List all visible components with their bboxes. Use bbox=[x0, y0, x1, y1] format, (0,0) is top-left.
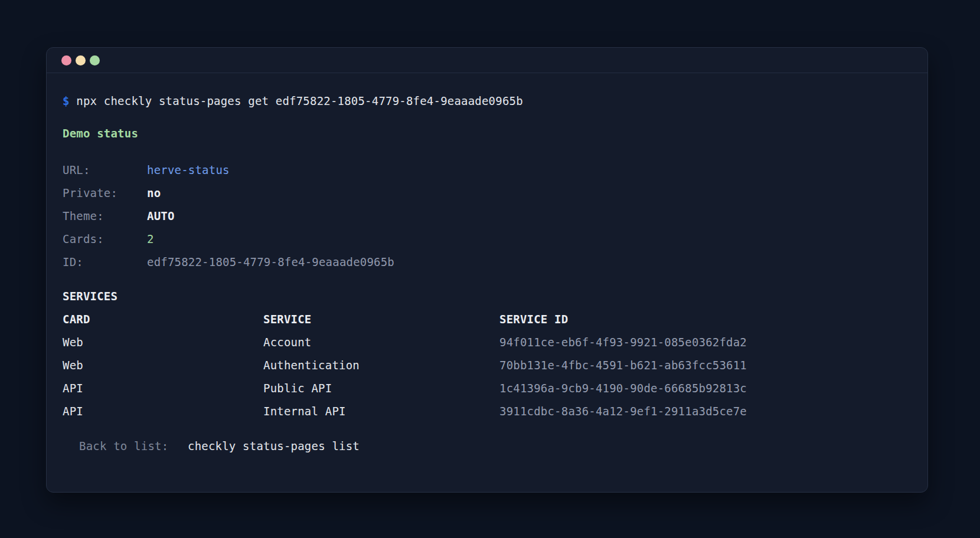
cell-card: Web bbox=[63, 331, 263, 354]
back-to-list-label: Back to list: bbox=[79, 435, 188, 458]
status-page-title: Demo status bbox=[63, 122, 912, 145]
field-value-id: edf75822-1805-4779-8fe4-9eaaade0965b bbox=[147, 251, 394, 274]
cell-card: API bbox=[63, 400, 263, 423]
field-label-url: URL: bbox=[63, 159, 147, 182]
field-label-id: ID: bbox=[63, 251, 147, 274]
column-header-card: CARD bbox=[63, 308, 263, 331]
minimize-button[interactable] bbox=[76, 55, 86, 65]
column-header-service: SERVICE bbox=[263, 308, 499, 331]
field-label-private: Private: bbox=[63, 182, 147, 205]
table-row: Web Account 94f011ce-eb6f-4f93-9921-085e… bbox=[63, 331, 912, 354]
field-value-theme: AUTO bbox=[147, 205, 175, 228]
back-to-list-command: checkly status-pages list bbox=[188, 435, 360, 458]
table-row: API Public API 1c41396a-9cb9-4190-90de-6… bbox=[63, 377, 912, 400]
table-row: Web Authentication 70bb131e-4fbc-4591-b6… bbox=[63, 354, 912, 377]
cell-service: Internal API bbox=[263, 400, 499, 423]
services-section-title: SERVICES bbox=[63, 285, 912, 308]
window-titlebar bbox=[47, 48, 927, 73]
cell-service-id: 3911cdbc-8a36-4a12-9ef1-2911a3d5ce7e bbox=[499, 400, 912, 423]
cell-service-id: 70bb131e-4fbc-4591-b621-ab63fcc53611 bbox=[499, 354, 912, 377]
command-line: $ npx checkly status-pages get edf75822-… bbox=[63, 90, 912, 113]
cell-service-id: 94f011ce-eb6f-4f93-9921-085e0362fda2 bbox=[499, 331, 912, 354]
field-row-cards: Cards: 2 bbox=[63, 228, 912, 251]
cell-service: Public API bbox=[263, 377, 499, 400]
field-value-private: no bbox=[147, 182, 161, 205]
cell-service: Account bbox=[263, 331, 499, 354]
field-row-url: URL: herve-status bbox=[63, 159, 912, 182]
back-to-list-line: Back to list: checkly status-pages list bbox=[63, 435, 912, 458]
cell-service: Authentication bbox=[263, 354, 499, 377]
cell-card: Web bbox=[63, 354, 263, 377]
column-header-service-id: SERVICE ID bbox=[499, 308, 912, 331]
cell-service-id: 1c41396a-9cb9-4190-90de-66685b92813c bbox=[499, 377, 912, 400]
command-text: npx checkly status-pages get edf75822-18… bbox=[76, 94, 523, 107]
close-button[interactable] bbox=[61, 55, 71, 65]
cell-card: API bbox=[63, 377, 263, 400]
terminal-body: $ npx checkly status-pages get edf75822-… bbox=[47, 73, 927, 458]
shell-prompt: $ bbox=[63, 94, 70, 107]
field-row-theme: Theme: AUTO bbox=[63, 205, 912, 228]
services-table-header: CARD SERVICE SERVICE ID bbox=[63, 308, 912, 331]
table-row: API Internal API 3911cdbc-8a36-4a12-9ef1… bbox=[63, 400, 912, 423]
field-value-url[interactable]: herve-status bbox=[147, 159, 230, 182]
field-row-private: Private: no bbox=[63, 182, 912, 205]
field-label-theme: Theme: bbox=[63, 205, 147, 228]
terminal-window: $ npx checkly status-pages get edf75822-… bbox=[46, 47, 928, 493]
field-value-cards: 2 bbox=[147, 228, 154, 251]
field-row-id: ID: edf75822-1805-4779-8fe4-9eaaade0965b bbox=[63, 251, 912, 274]
field-label-cards: Cards: bbox=[63, 228, 147, 251]
maximize-button[interactable] bbox=[90, 55, 100, 65]
